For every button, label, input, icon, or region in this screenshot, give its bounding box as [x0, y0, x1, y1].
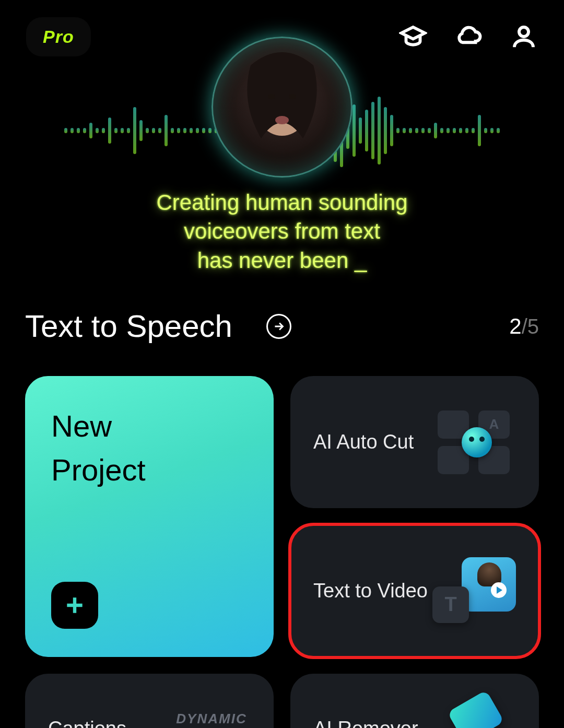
- svg-point-3: [289, 94, 296, 99]
- pager-total: 5: [527, 315, 539, 338]
- page-indicator: 2/5: [509, 314, 539, 339]
- new-project-card[interactable]: New Project: [25, 376, 274, 657]
- svg-point-2: [268, 94, 275, 99]
- ai-remover-card[interactable]: AI Remover: [290, 674, 539, 728]
- plus-icon: [51, 582, 98, 629]
- header-icon-group: [399, 22, 538, 51]
- new-project-label: New Project: [51, 404, 146, 492]
- captions-icon: DYNAMIC CAPTIONS: [172, 695, 251, 728]
- text-to-video-icon: T: [438, 557, 516, 625]
- feature-grid: New Project AI Auto Cut A Text to Video …: [25, 376, 539, 728]
- cloud-icon[interactable]: [454, 22, 483, 51]
- pager-separator: /: [522, 315, 527, 338]
- pro-badge[interactable]: Pro: [26, 17, 91, 56]
- svg-point-0: [519, 27, 528, 37]
- section-header: Text to Speech 2/5: [0, 308, 564, 344]
- ai-remover-label: AI Remover: [313, 718, 418, 729]
- ai-auto-cut-icon: A: [438, 408, 516, 476]
- tagline-line: Creating human sounding: [157, 188, 408, 217]
- tagline-line: voiceovers from text: [157, 217, 408, 245]
- svg-point-4: [275, 116, 289, 124]
- ai-auto-cut-card[interactable]: AI Auto Cut A: [290, 376, 539, 508]
- captions-card[interactable]: Captions DYNAMIC CAPTIONS: [25, 674, 274, 728]
- text-to-video-card[interactable]: Text to Video T: [290, 525, 539, 657]
- user-icon[interactable]: [510, 22, 538, 51]
- ai-auto-cut-label: AI Auto Cut: [313, 431, 414, 453]
- captions-label: Captions: [48, 718, 126, 729]
- pager-current: 2: [509, 314, 521, 338]
- ai-remover-icon: [438, 695, 516, 728]
- graduation-cap-icon[interactable]: [399, 22, 427, 51]
- hero-tagline: Creating human sounding voiceovers from …: [125, 188, 439, 275]
- text-to-video-label: Text to Video: [313, 580, 428, 602]
- arrow-right-circle-icon[interactable]: [266, 314, 291, 339]
- captions-graphic-text: DYNAMIC: [176, 711, 246, 727]
- page-title: Text to Speech: [25, 308, 232, 344]
- app-header: Pro: [0, 0, 564, 73]
- tagline-line: has never been _: [157, 246, 408, 275]
